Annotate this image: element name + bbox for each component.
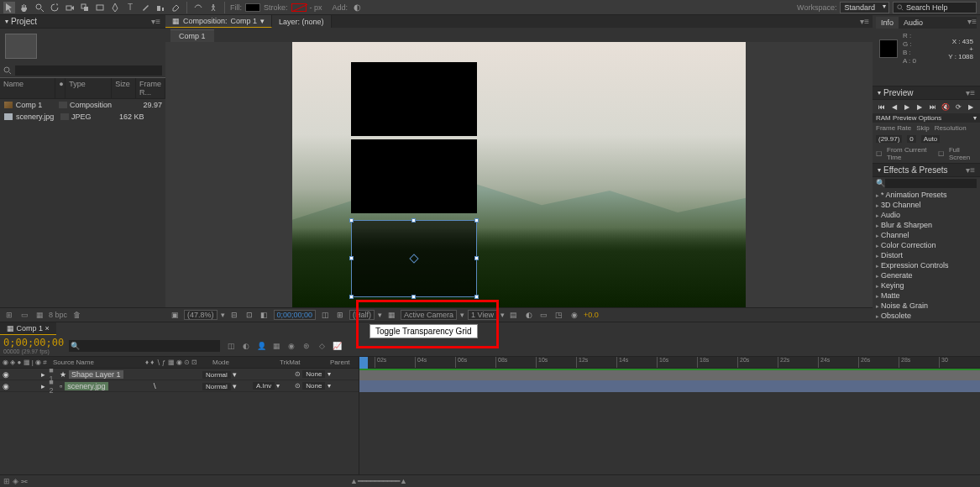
effects-category[interactable]: Perspective [873, 321, 980, 322]
col-type[interactable]: Type [66, 78, 112, 98]
timeline-tab[interactable]: ▦ Comp 1 × [0, 322, 56, 335]
resize-handle[interactable] [474, 295, 479, 299]
eraser-tool[interactable] [170, 2, 181, 13]
next-frame-icon[interactable]: ▶ [914, 102, 925, 111]
timeline-icon[interactable]: ▭ [538, 310, 550, 320]
show-snapshot-icon[interactable]: ⊡ [244, 310, 255, 320]
timeline-search[interactable] [69, 340, 220, 352]
effects-category[interactable]: Channel [873, 230, 980, 240]
parent-dropdown[interactable]: None [302, 382, 325, 390]
roto-tool[interactable] [192, 2, 204, 13]
add-shape-icon[interactable]: ◐ [351, 2, 363, 13]
brush-tool[interactable] [139, 2, 151, 13]
col-label[interactable]: ● [55, 78, 66, 98]
puppet-tool[interactable] [207, 2, 219, 13]
roi-icon[interactable]: ◫ [319, 310, 331, 320]
project-panel-header[interactable]: ▾Project ▾≡ [0, 15, 165, 29]
project-search[interactable] [0, 64, 165, 77]
blend-mode[interactable]: Normal [202, 371, 231, 379]
effects-category[interactable]: Obsolete [873, 311, 980, 321]
effects-category[interactable]: * Animation Presets [873, 190, 980, 200]
bpc-label[interactable]: 8 bpc [49, 310, 67, 320]
resize-handle[interactable] [411, 218, 416, 223]
timeline-tracks[interactable]: 02s04s06s08s10s12s14s16s18s20s22s24s26s2… [359, 357, 980, 474]
rectangle-tool[interactable] [94, 2, 106, 13]
layer-row[interactable]: ◉ ▸ ■ 2 ▫scenery.jpg ∖ Normal ▾ A.Inv ▾ … [0, 380, 359, 392]
resize-handle[interactable] [411, 295, 416, 299]
reset-exposure-icon[interactable]: ◉ [569, 310, 580, 320]
search-help[interactable]: Search Help [893, 2, 977, 13]
stroke-width[interactable]: - px [310, 3, 322, 12]
track-scenery[interactable] [359, 380, 980, 392]
effects-category[interactable]: Color Correction [873, 240, 980, 250]
track-matte[interactable]: A.Inv [253, 382, 275, 390]
panel-menu-icon[interactable]: ▾≡ [151, 17, 160, 26]
fill-swatch[interactable] [245, 3, 260, 12]
project-search-input[interactable] [15, 65, 162, 76]
shape-rect-1[interactable] [351, 62, 477, 136]
col-trkmat[interactable]: TrkMat [277, 357, 328, 368]
channel-icon[interactable]: ◧ [259, 310, 270, 320]
audio-tab[interactable]: Audio [899, 17, 928, 29]
hide-shy-icon[interactable]: 👤 [255, 341, 267, 351]
effects-category[interactable]: Matte [873, 291, 980, 301]
panel-menu-icon[interactable]: ▾≡ [857, 15, 873, 28]
ram-preview-options[interactable]: RAM Preview Options [876, 114, 941, 122]
interpret-icon[interactable]: ⊞ [3, 310, 15, 320]
effects-search[interactable] [885, 179, 977, 188]
grid-icon[interactable]: ⊞ [334, 310, 346, 320]
toggle-switches-icon[interactable]: ⊞ ◈ ⫘ [3, 477, 28, 485]
label-swatch[interactable] [59, 102, 67, 108]
resize-handle[interactable] [349, 218, 354, 223]
brainstorm-icon[interactable]: ⊛ [301, 341, 312, 351]
workspace-dropdown[interactable]: Standard [840, 2, 889, 13]
track-shape-layer[interactable] [359, 369, 980, 380]
mute-icon[interactable]: 🔇 [941, 102, 951, 111]
rotation-tool[interactable] [49, 2, 60, 13]
loop-icon[interactable]: ⟳ [953, 102, 963, 111]
framerate-value[interactable]: (29.97) [876, 135, 902, 143]
comp-mini-flowchart-icon[interactable]: ◫ [225, 341, 237, 351]
motion-blur-icon[interactable]: ◉ [286, 341, 297, 351]
ram-preview-icon[interactable]: ▶ [966, 102, 976, 111]
effects-category[interactable]: Distort [873, 250, 980, 260]
visibility-icon[interactable]: ◉ [0, 382, 10, 390]
col-mode[interactable]: Mode [210, 357, 277, 368]
anchor-point[interactable] [409, 254, 418, 263]
type-tool[interactable]: T [124, 2, 136, 13]
comp-settings-icon[interactable]: ▦ [34, 310, 45, 320]
col-source[interactable]: Source Name [50, 357, 143, 368]
full-screen-checkbox[interactable]: Full Screen [949, 146, 977, 161]
panel-menu-icon[interactable]: ▾≡ [966, 165, 975, 175]
stroke-swatch[interactable] [291, 3, 307, 12]
auto-keyframe-icon[interactable]: ◇ [316, 341, 328, 351]
graph-editor-icon[interactable]: 📈 [331, 341, 343, 351]
skip-value[interactable]: 0 [907, 135, 915, 143]
folder-icon[interactable]: ▭ [18, 310, 30, 320]
zoom-slider[interactable]: ▲━━━━━━━━━━▲ [350, 477, 407, 485]
visibility-icon[interactable]: ◉ [0, 370, 10, 379]
resize-handle[interactable] [474, 218, 479, 223]
hand-tool[interactable] [18, 2, 30, 13]
clone-tool[interactable] [155, 2, 166, 13]
layer-tab[interactable]: Layer: (none) [272, 15, 332, 28]
time-display[interactable]: 0;00;00;00 [274, 310, 317, 320]
shape-rect-2[interactable] [351, 139, 477, 213]
fast-preview-icon[interactable]: ◐ [523, 310, 535, 320]
project-item[interactable]: scenery.jpg JPEG 162 KB [0, 111, 165, 123]
composition-tab[interactable]: ▦ Composition: Comp 1 ▾ [165, 15, 272, 28]
effects-category[interactable]: Expression Controls [873, 260, 980, 270]
effects-category[interactable]: Audio [873, 210, 980, 220]
from-current-checkbox[interactable]: From Current Time [887, 146, 933, 161]
first-frame-icon[interactable]: ⏮ [877, 102, 887, 111]
selection-tool[interactable] [3, 2, 15, 13]
effects-category[interactable]: Generate [873, 270, 980, 280]
resolution-value[interactable]: Auto [921, 135, 940, 143]
project-item[interactable]: Comp 1 Composition 29.97 [0, 99, 165, 111]
resize-handle[interactable] [349, 256, 354, 260]
comp-inner-tab[interactable]: Comp 1 [170, 29, 214, 42]
flowchart-icon[interactable]: ◳ [553, 310, 565, 320]
always-preview-icon[interactable]: ▣ [169, 310, 181, 320]
playhead[interactable] [359, 357, 368, 369]
panel-menu-icon[interactable]: ▾≡ [967, 17, 977, 29]
